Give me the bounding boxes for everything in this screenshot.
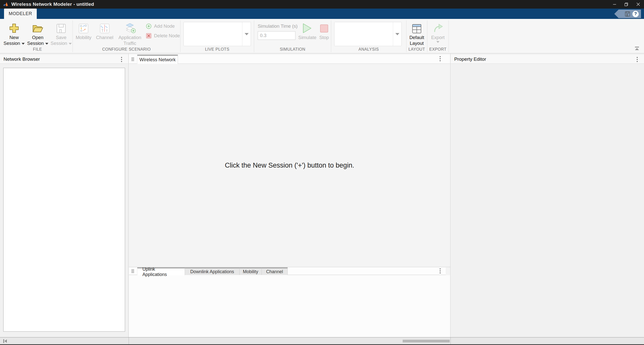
maximize-button[interactable] (620, 0, 632, 9)
export-button[interactable]: Export (428, 20, 448, 43)
status-divider (129, 337, 129, 344)
add-node-button[interactable]: Add Node (146, 22, 180, 30)
matlab-logo-icon (3, 2, 9, 7)
canvas-panel: Wireless Network Click the New Session (… (129, 54, 450, 337)
window-title: Wireless Network Modeler - untitled (11, 2, 94, 7)
channel-button[interactable]: Channel (94, 20, 115, 40)
quick-access-toolbar: ? (614, 10, 641, 18)
network-browser-panel: Network Browser (0, 54, 129, 337)
help-button[interactable]: ? (632, 11, 639, 17)
property-editor-title: Property Editor (454, 56, 486, 62)
network-browser-header: Network Browser (0, 55, 128, 64)
collapse-ribbon-button[interactable] (634, 46, 640, 51)
section-layout: Default Layout LAYOUT (406, 19, 427, 53)
section-label-export: EXPORT (427, 47, 448, 53)
property-editor-panel: Property Editor (451, 54, 644, 337)
network-browser-list[interactable] (3, 68, 125, 332)
application-traffic-button[interactable]: Application Traffic (115, 20, 145, 46)
export-dropdown-icon (436, 41, 439, 43)
simulation-time-input[interactable] (258, 31, 295, 40)
bottom-tab-strip: Uplink Applications Downlink Application… (129, 267, 446, 275)
close-button[interactable] (632, 0, 644, 9)
uplink-applications-content[interactable] (129, 275, 450, 337)
analysis-gallery-dropdown[interactable] (393, 22, 401, 46)
document-tab-strip: Wireless Network (129, 55, 450, 64)
section-label-layout: LAYOUT (406, 47, 427, 53)
bottom-panel-menu-button[interactable] (437, 268, 443, 274)
status-divider (450, 337, 451, 344)
live-plots-gallery-dropdown[interactable] (242, 22, 251, 46)
new-session-button[interactable]: New Session (3, 20, 26, 46)
main-area: Network Browser Wireless Network (0, 54, 644, 337)
ribbon-toolbar: New Session Open Session (0, 19, 644, 53)
ribbon-tab-strip: MODELER ? (0, 9, 644, 19)
section-label-configure-scenario: CONFIGURE SCENARIO (73, 47, 180, 53)
live-plots-gallery (183, 22, 251, 46)
simulate-play-icon (302, 20, 312, 35)
property-editor-header: Property Editor (451, 55, 644, 64)
simulate-button[interactable]: Simulate (297, 20, 317, 40)
save-session-dropdown-icon (69, 43, 72, 45)
delete-node-icon (146, 33, 152, 39)
tab-wireless-network[interactable]: Wireless Network (137, 55, 178, 64)
tab-downlink-applications[interactable]: Downlink Applications (185, 267, 240, 275)
section-label-file: FILE (3, 47, 72, 53)
stop-button[interactable]: Stop (317, 20, 331, 40)
section-configure-scenario: Mobility Channel (73, 19, 180, 53)
quick-save-icon[interactable] (625, 11, 630, 17)
default-layout-icon (412, 20, 422, 35)
open-session-dropdown-icon (45, 43, 48, 45)
chevron-down-icon (245, 33, 249, 35)
stop-icon (320, 20, 329, 35)
save-session-button[interactable]: Save Session (50, 20, 72, 46)
section-live-plots: LIVE PLOTS (180, 19, 254, 53)
section-label-live-plots: LIVE PLOTS (180, 47, 254, 53)
canvas-menu-button[interactable] (437, 56, 443, 62)
title-bar: Wireless Network Modeler - untitled (0, 0, 644, 9)
chevron-down-icon (395, 33, 399, 35)
property-editor-menu-button[interactable] (634, 56, 640, 62)
mobility-button[interactable]: Mobility (73, 20, 94, 40)
add-node-icon (146, 23, 152, 29)
network-browser-title: Network Browser (4, 56, 40, 62)
tab-modeler[interactable]: MODELER (4, 9, 37, 19)
section-label-analysis: ANALYSIS (331, 47, 406, 53)
minimize-button[interactable] (609, 0, 620, 9)
tab-channel[interactable]: Channel (262, 267, 288, 275)
drag-grip-icon[interactable] (131, 269, 135, 274)
section-simulation: Simulation Time (s) Simulate Stop (254, 19, 331, 53)
open-session-icon (32, 20, 44, 35)
empty-session-message: Click the New Session ('+') button to be… (225, 162, 354, 169)
delete-node-button[interactable]: Delete Node (146, 32, 180, 40)
section-file: New Session Open Session (3, 19, 72, 53)
drag-grip-icon[interactable] (131, 57, 135, 62)
new-session-icon (9, 20, 19, 35)
section-label-simulation: SIMULATION (254, 47, 331, 53)
network-canvas[interactable]: Click the New Session ('+') button to be… (129, 64, 450, 267)
export-icon (433, 20, 443, 35)
application-traffic-icon (124, 20, 136, 35)
horizontal-scrollbar-thumb[interactable] (403, 340, 450, 342)
analysis-gallery (334, 22, 402, 46)
kebab-icon (439, 268, 441, 274)
save-session-icon (56, 20, 66, 35)
channel-icon (100, 20, 110, 35)
kebab-icon (636, 56, 638, 62)
kebab-icon (121, 56, 122, 62)
mobility-icon (79, 20, 89, 35)
simulation-time-label: Simulation Time (s) (258, 23, 297, 29)
tab-uplink-applications[interactable]: Uplink Applications (137, 267, 185, 275)
tab-mobility[interactable]: Mobility (240, 267, 262, 275)
section-export: Export EXPORT (427, 19, 448, 53)
open-session-button[interactable]: Open Session (26, 20, 50, 46)
new-session-dropdown-icon (22, 43, 25, 45)
kebab-icon (439, 56, 441, 62)
default-layout-button[interactable]: Default Layout (407, 20, 427, 46)
status-bar (0, 337, 644, 345)
network-browser-menu-button[interactable] (119, 56, 124, 62)
collapse-left-panel-button[interactable] (3, 339, 8, 344)
section-analysis: ANALYSIS (331, 19, 406, 53)
